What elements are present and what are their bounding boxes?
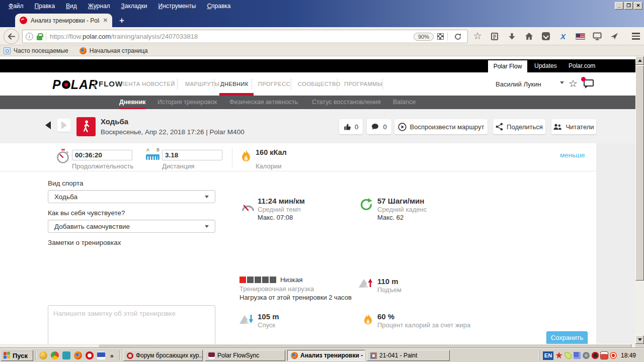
sport-type-select[interactable]: Ходьба <box>48 190 215 203</box>
bookmark-home-page[interactable]: Начальная страница <box>79 47 155 54</box>
quicklaunch-floppy-icon[interactable] <box>97 351 105 359</box>
menu-bookmarks[interactable]: Закладки <box>116 1 153 11</box>
distance-input[interactable] <box>162 150 222 160</box>
quicklaunch-aimp-icon[interactable] <box>39 351 47 359</box>
quicklaunch-opera-icon[interactable] <box>86 351 94 359</box>
menu-edit[interactable]: Правка <box>29 1 61 11</box>
browser-menubar: Файл Правка Вид Журнал Закладки Инструме… <box>3 1 236 11</box>
feeling-select[interactable]: Добавить самочувствие <box>48 220 215 233</box>
downloads-icon[interactable] <box>505 30 518 43</box>
prev-session-button[interactable] <box>41 119 54 132</box>
tray-puzzle-icon[interactable] <box>574 352 581 359</box>
menu-help[interactable]: Справка <box>201 1 236 11</box>
tray-webcam-icon[interactable] <box>583 352 590 359</box>
comments-button[interactable]: 0 <box>367 119 391 134</box>
bookmark-star-icon[interactable]: ☆ <box>471 30 484 43</box>
horizontal-scrollbar[interactable] <box>0 344 635 348</box>
zoom-level-badge[interactable]: 90% <box>414 33 434 41</box>
quicklaunch-app-icon[interactable] <box>62 351 70 359</box>
scroll-thumb[interactable] <box>635 65 644 281</box>
replay-route-button[interactable]: Воспроизвести маршрут <box>394 119 488 134</box>
share-button[interactable]: Поделиться <box>493 119 545 134</box>
topbar-polar-flow[interactable]: Polar Flow <box>488 60 527 72</box>
scroll-up-button[interactable] <box>635 56 644 65</box>
new-tab-button[interactable]: + <box>119 16 124 25</box>
bookmark-most-visited[interactable]: Часто посещаемые <box>4 47 75 54</box>
favorites-star-icon[interactable]: ☆ <box>569 77 578 89</box>
tray-antivirus-icon[interactable] <box>555 352 562 359</box>
start-button[interactable]: Пуск <box>1 350 33 361</box>
window-minimize-button[interactable]: _ <box>615 2 623 10</box>
task-firefox-analysis[interactable]: Анализ тренировки - ... <box>287 350 365 361</box>
task-paint[interactable]: 21-041 - Paint <box>367 350 450 361</box>
user-name[interactable]: Василий Лукин <box>496 80 541 88</box>
save-button[interactable]: Сохранить <box>546 331 588 344</box>
reload-icon[interactable] <box>451 30 464 43</box>
nav-routes[interactable]: МАРШРУТЫ <box>185 81 219 87</box>
address-bar[interactable]: i https://flow.polar.com/training/analys… <box>22 30 468 43</box>
polar-header: PLAR FLOW ЛЕНТА НОВОСТЕЙ МАРШРУТЫ ДНЕВНИ… <box>0 72 635 96</box>
subnav-history[interactable]: История тренировок <box>157 96 217 109</box>
scroll-down-button[interactable] <box>635 335 644 344</box>
pace-value: 11:24 мин/км <box>258 197 305 205</box>
us-flag-icon[interactable] <box>574 30 587 43</box>
ascent-value: 110 m <box>377 277 398 286</box>
subnav-recovery[interactable]: Статус восстановления <box>312 96 381 109</box>
window-restore-button[interactable]: ❐ <box>624 2 633 10</box>
task-polar-flowsync[interactable]: Polar FlowSync <box>205 350 285 361</box>
back-button[interactable] <box>4 29 19 44</box>
url-text[interactable]: https://flow.polar.com/training/analysis… <box>50 33 410 40</box>
window-controls: _ ❐ ✕ <box>615 2 642 10</box>
menu-file[interactable]: Файл <box>3 1 29 11</box>
avatar[interactable] <box>541 76 556 91</box>
tray-leaf-icon[interactable] <box>565 352 572 359</box>
tray-mail-icon[interactable] <box>601 352 608 359</box>
followers-button[interactable]: Читатели <box>551 119 596 134</box>
vertical-scrollbar[interactable] <box>635 56 644 344</box>
home-icon[interactable] <box>522 30 535 43</box>
nav-feed[interactable]: ЛЕНТА НОВОСТЕЙ <box>121 81 175 87</box>
tab-close-icon[interactable]: ✕ <box>103 17 108 24</box>
select-caret-icon <box>205 196 209 198</box>
subnav-balance[interactable]: Balance <box>393 96 416 109</box>
duration-input[interactable] <box>72 150 132 160</box>
ascent-label: Подъем <box>377 286 401 294</box>
topbar-updates[interactable]: Updates <box>534 59 557 72</box>
like-button[interactable]: 0 <box>339 119 363 134</box>
nav-programs[interactable]: ПРОГРАММЫ <box>344 81 382 87</box>
nav-community[interactable]: СООБЩЕСТВО <box>298 81 341 87</box>
subnav-diary[interactable]: Дневник <box>119 96 146 109</box>
pace-max: Макс. 07:08 <box>258 214 293 221</box>
menu-hamburger-icon[interactable] <box>632 33 640 40</box>
polar-logo[interactable]: PLAR <box>52 77 98 92</box>
subnav-activity[interactable]: Физическая активность <box>229 96 298 109</box>
browser-titlebar: Файл Правка Вид Журнал Закладки Инструме… <box>0 0 644 27</box>
topbar-polar-com[interactable]: Polar.com <box>569 59 595 72</box>
browser-tab[interactable]: Анализ тренировки - Polar F... ✕ <box>15 14 112 27</box>
show-less-link[interactable]: меньше <box>560 151 585 159</box>
task-opera-forum[interactable]: Форум бросающих кур... <box>123 350 203 361</box>
display-icon[interactable] <box>591 30 604 43</box>
next-session-button[interactable] <box>57 119 70 132</box>
menu-history[interactable]: Журнал <box>83 1 116 11</box>
quicklaunch-overflow[interactable]: » <box>110 352 114 359</box>
menu-view[interactable]: Вид <box>60 1 83 11</box>
quicklaunch-firefox-icon[interactable] <box>74 351 82 359</box>
window-close-button[interactable]: ✕ <box>634 2 642 10</box>
tray-target-icon[interactable] <box>610 352 617 359</box>
send-tab-icon[interactable] <box>608 30 621 43</box>
tray-opera-icon[interactable] <box>592 352 599 359</box>
horizontal-scroll-thumb[interactable] <box>98 344 631 348</box>
pocket-icon[interactable] <box>539 30 552 43</box>
notes-textarea[interactable] <box>48 305 215 344</box>
quicklaunch-chrome-icon[interactable] <box>51 351 59 359</box>
menu-tools[interactable]: Инструменты <box>153 1 202 11</box>
language-indicator[interactable]: EN <box>543 351 553 360</box>
page-info-icon[interactable]: i <box>26 33 33 40</box>
x-extension-icon[interactable]: X <box>556 30 570 43</box>
nav-progress[interactable]: ПРОГРЕСС <box>258 81 290 87</box>
library-icon[interactable] <box>488 30 501 43</box>
user-menu-caret-icon[interactable] <box>560 81 564 84</box>
grid-icon[interactable] <box>437 33 444 40</box>
nav-diary[interactable]: ДНЕВНИК <box>220 81 249 87</box>
